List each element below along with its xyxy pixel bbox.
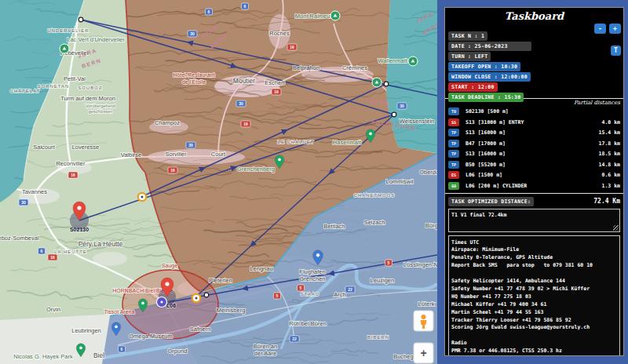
- road-shield: 30: [188, 31, 197, 37]
- map-label: Belprahon: [293, 64, 319, 71]
- waypoint-row[interactable]: TPB50 [55200 m]14.8 km: [448, 161, 620, 169]
- road-shield: 30: [236, 100, 246, 107]
- route-node-dot: [392, 112, 396, 117]
- briefing-textarea[interactable]: Times UTC Airspace: Minimum-File Penalty…: [448, 235, 620, 357]
- task-badge[interactable]: TASK DEADLINE : 15:30: [448, 93, 524, 102]
- green-circle[interactable]: [408, 56, 418, 66]
- svg-text:+: +: [420, 347, 426, 359]
- map-label: Bettlach: [323, 223, 345, 230]
- svg-text:5: 5: [276, 293, 279, 298]
- task-note-textarea[interactable]: T1 V1 final 72.4km: [448, 209, 620, 232]
- svg-text:16: 16: [170, 168, 175, 173]
- badge-row: TASK DEADLINE : 15:30: [448, 87, 620, 95]
- optimized-distance-label: TASK OPTIMIZED DISTANCE:: [448, 197, 534, 206]
- waypoint-table: TOS02130 [500 m]SSS13 [31000 m] ENTRY4.0…: [448, 107, 620, 190]
- svg-text:✈: ✈: [316, 253, 319, 258]
- task-plus-button[interactable]: +: [609, 24, 621, 34]
- map-label: STAAD: [301, 292, 319, 297]
- route-node-dot: [204, 293, 209, 297]
- svg-text:6: 6: [121, 347, 123, 351]
- map-label: Orpund: [167, 348, 187, 355]
- map-label: Meinisberg: [217, 307, 246, 314]
- map-label: Hasenmatt: [333, 139, 362, 146]
- waypoint-row[interactable]: GOL06 [200 m] CYLINDER1.3 km: [448, 182, 620, 190]
- svg-text:30: 30: [239, 101, 243, 106]
- road-shield: 22: [290, 336, 299, 342]
- map-label: Vorübergehend: [86, 104, 115, 108]
- svg-text:16: 16: [71, 173, 75, 177]
- purple-circle[interactable]: [157, 297, 167, 308]
- waypoint-row[interactable]: TPS13 [16000 m]15.4 km: [448, 129, 620, 136]
- green-circle[interactable]: [60, 44, 69, 53]
- map-label: Hôtel-Restaurant: [173, 72, 215, 78]
- road-shield: 6: [119, 346, 126, 352]
- road-shield: 16: [272, 89, 281, 95]
- waypoint-tag: TO: [448, 107, 459, 115]
- waypoint-tag: TP: [448, 161, 459, 169]
- map-label: Crémines: [342, 64, 367, 71]
- map-label: Sauge: [162, 263, 177, 269]
- road-shield: 6: [242, 3, 249, 9]
- svg-text:5: 5: [388, 260, 390, 265]
- map-label: Petit-Val: [64, 75, 86, 82]
- map-label: Grenchen: [300, 275, 326, 282]
- road-shield: 22: [345, 286, 355, 293]
- map-label: Loveresse: [72, 144, 100, 151]
- waypoint-row[interactable]: ESL06 [1500 m]0.6 km: [448, 171, 620, 179]
- zoom-in-button[interactable]: +: [414, 343, 433, 363]
- waypoint-row[interactable]: TPS13 [16000 m]18.5 km: [448, 150, 620, 158]
- waypoint-name: L06 [1500 m]: [466, 172, 602, 178]
- map-label: Büren an: [254, 343, 277, 350]
- waypoint-name: S02130 [500 m]: [466, 108, 620, 115]
- road-shield: 16: [287, 44, 297, 50]
- map-label: Lüterk: [418, 300, 435, 308]
- map-label: Buchegg: [393, 353, 417, 360]
- road-shield: 30: [397, 103, 407, 109]
- map-label: LA HEUTTE: [54, 249, 86, 254]
- svg-text:30: 30: [400, 104, 404, 108]
- map-label: Péry La Heutte: [78, 240, 123, 248]
- green-circle[interactable]: [372, 78, 382, 87]
- road-shield: 16: [48, 254, 57, 260]
- badge-row: WINDOW CLOSE : 12:00:00: [448, 67, 620, 75]
- map-label: Biel: [93, 351, 104, 359]
- waypoint-row[interactable]: SSS13 [31000 m] ENTRY4.0 km: [448, 118, 620, 126]
- map-label: LE CHALUET: [278, 140, 315, 144]
- resize-handle[interactable]: [613, 225, 619, 231]
- map-label: Roches: [269, 30, 290, 37]
- map-canvas[interactable]: RebévelierUNDERVELIERLac Vert d'Undervel…: [0, 0, 437, 364]
- waypoint-row[interactable]: TPB47 [17000 m]17.8 km: [448, 140, 620, 147]
- map-label: de l'Étoile: [182, 78, 206, 85]
- map-label: SORNETAN: [38, 84, 70, 89]
- road-shield: 30: [186, 142, 195, 148]
- map-label: Court: [211, 151, 226, 158]
- map-label: Arch: [334, 291, 345, 298]
- waypoint-name: S13 [16000 m]: [466, 151, 599, 157]
- waypoint-name: B50 [55200 m]: [466, 162, 599, 168]
- waypoint-name: S13 [31000 m] ENTRY: [466, 119, 602, 126]
- badge-row: START : 12:00: [448, 77, 620, 85]
- svg-text:16: 16: [50, 255, 55, 260]
- map-label: Turm auf dem Moron: [60, 95, 115, 102]
- green-circle[interactable]: [330, 11, 340, 20]
- waypoint-row[interactable]: TOS02130 [500 m]: [448, 107, 620, 115]
- t-toggle-button[interactable]: T: [611, 46, 621, 56]
- map-label: Lengnau: [250, 265, 272, 272]
- map-label: Bürge: [425, 222, 437, 229]
- waypoint-distance: 4.0 km: [602, 119, 620, 126]
- svg-text:30: 30: [190, 31, 195, 36]
- task-minus-button[interactable]: -: [594, 24, 606, 34]
- badge-row: TURN : LEFT: [448, 46, 620, 54]
- waypoint-tag: TP: [448, 150, 459, 158]
- pegman-button[interactable]: [414, 311, 433, 331]
- map-label: geschlossen: [89, 109, 113, 114]
- waypoint-distance: 0.6 km: [602, 172, 620, 178]
- map-label: Sorvilier: [165, 151, 187, 158]
- map-label: Valbirse: [121, 151, 142, 158]
- map-label: Rüti bei Büren: [289, 320, 327, 327]
- optimized-distance-value: 72.4 Km: [534, 198, 620, 205]
- svg-text:6: 6: [41, 249, 43, 253]
- waypoint-distance: 15.4 km: [599, 129, 620, 136]
- map-label: Omega Museum: [129, 333, 172, 340]
- map-label: Champoz: [155, 119, 180, 126]
